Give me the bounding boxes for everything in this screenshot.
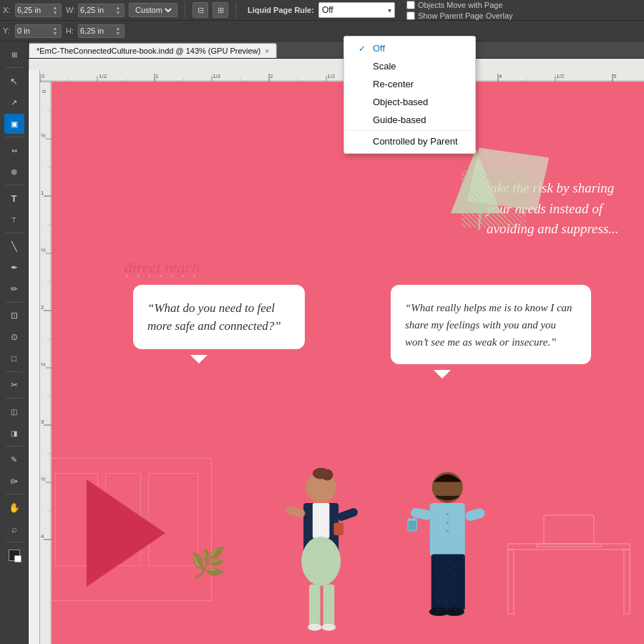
left-toolbar: ⊞ ↖ ↗ ▣ ⇔ ⊕ T ⊤ ╲ ✒ ✏ ⊡ ⊙ □ ✂ ◫ ◨ ✎ ⌲ ✋ … — [0, 42, 29, 644]
canvas-area[interactable]: take the risk by sharing your needs inst… — [40, 70, 644, 644]
dropdown-item-controlled-label: Controlled by Parent — [373, 136, 458, 147]
eyedropper-tool-button[interactable]: ⌲ — [4, 471, 24, 491]
grid-icon-button[interactable]: ⊞ — [4, 44, 24, 64]
liquid-rule-value: Off — [322, 5, 386, 15]
svg-text:1: 1 — [41, 190, 44, 196]
liquid-rule-chevron-icon: ▾ — [388, 6, 391, 14]
ellipse-frame-tool-button[interactable]: ⊙ — [4, 327, 24, 347]
svg-text:0: 0 — [42, 73, 45, 79]
hand-tool-button[interactable]: ✋ — [4, 497, 24, 517]
liquid-rule-dropdown-trigger[interactable]: Off ▾ — [318, 2, 395, 18]
dropdown-item-guide-based[interactable]: Guide-based — [344, 111, 475, 129]
x-up-arrow[interactable]: ▲ — [52, 5, 59, 10]
x-spinners: ▲ ▼ — [52, 5, 59, 15]
content-tool-button[interactable]: ⊕ — [4, 162, 24, 182]
x-label: X: — [3, 6, 13, 14]
h-spinners: ▲ ▼ — [114, 26, 122, 36]
x-input-wrap[interactable]: ▲ ▼ — [15, 4, 62, 17]
w-label: W: — [66, 6, 76, 14]
svg-rect-6 — [313, 503, 330, 538]
svg-text:1/2: 1/2 — [99, 73, 107, 79]
fill-color-button[interactable] — [4, 545, 24, 565]
pencil-tool-button[interactable]: ✏ — [4, 279, 24, 299]
x-input[interactable] — [17, 6, 52, 14]
y-input-wrap[interactable]: ▲ ▼ — [15, 24, 62, 38]
h-input[interactable] — [80, 26, 114, 35]
h-up-arrow[interactable]: ▲ — [114, 26, 122, 31]
dropdown-item-object-based[interactable]: Object-based — [344, 93, 475, 111]
ruler-top: #ruler-top { position: relative; } — [29, 59, 644, 70]
h-label: H: — [66, 26, 76, 35]
svg-rect-10 — [333, 522, 343, 535]
tab-close-button[interactable]: × — [265, 47, 269, 55]
w-input[interactable] — [80, 6, 114, 14]
show-parent-checkbox[interactable] — [406, 11, 415, 20]
lock-proportions-button[interactable]: ⊟ — [192, 2, 208, 18]
y-down-arrow[interactable]: ▼ — [52, 31, 59, 36]
toolbar-separator-1 — [185, 2, 185, 18]
rect-frame-tool-button[interactable]: ⊡ — [4, 306, 24, 326]
svg-rect-32 — [40, 70, 644, 82]
svg-rect-8 — [285, 505, 306, 518]
dropdown-item-scale[interactable]: Scale — [344, 57, 475, 75]
h-input-wrap[interactable]: ▲ ▼ — [78, 24, 125, 38]
svg-text:5: 5 — [613, 73, 617, 79]
liquid-rule-dropdown-menu[interactable]: ✓ Off Scale Re-center Object-based Guide… — [343, 36, 476, 154]
w-spinners: ▲ ▼ — [114, 5, 122, 15]
dropdown-item-controlled[interactable]: Controlled by Parent — [344, 132, 475, 150]
dropdown-item-recenter[interactable]: Re-center — [344, 75, 475, 93]
y-spinners: ▲ ▼ — [52, 26, 59, 36]
gap-tool-button[interactable]: ⇔ — [4, 140, 24, 160]
type-tool-button[interactable]: T — [4, 188, 24, 208]
zoom-tool-button[interactable]: ⌕ — [4, 519, 24, 539]
svg-text:4: 4 — [499, 73, 502, 79]
preset-select-wrap[interactable]: Custom — [129, 3, 177, 17]
svg-text:½: ½ — [41, 247, 46, 253]
svg-text:½: ½ — [41, 132, 46, 139]
scissors-tool-button[interactable]: ✂ — [4, 375, 24, 395]
speech-bubble-left: “What do you need to feel more safe and … — [133, 285, 305, 349]
rect-tool-button[interactable]: □ — [4, 348, 24, 369]
type-path-tool-button[interactable]: ⊤ — [4, 210, 24, 230]
preset-select[interactable]: Custom — [132, 5, 174, 15]
note-tool-button[interactable]: ✎ — [4, 449, 24, 469]
y-field-group: Y: ▲ ▼ — [3, 24, 62, 38]
gradient-feather-tool-button[interactable]: ◨ — [4, 423, 24, 443]
dropdown-item-guide-label: Guide-based — [373, 114, 426, 125]
objects-move-checkbox[interactable] — [406, 1, 415, 9]
direct-reach-text: direct reach — [125, 258, 200, 277]
svg-rect-9 — [336, 507, 359, 522]
direct-select-tool-button[interactable]: ↗ — [4, 92, 24, 112]
toolbar-bottom: Y: ▲ ▼ H: ▲ ▼ — [0, 21, 644, 42]
svg-text:½: ½ — [41, 361, 46, 368]
dropdown-item-off[interactable]: ✓ Off — [344, 39, 475, 57]
page-tool-button[interactable]: ▣ — [4, 114, 24, 134]
gradient-tool-button[interactable]: ◫ — [4, 401, 24, 421]
active-tab[interactable]: *EmC-TheConnectedCulture-book.indd @ 143… — [29, 43, 277, 58]
y-up-arrow[interactable]: ▲ — [52, 26, 59, 31]
h-down-arrow[interactable]: ▼ — [114, 31, 122, 36]
w-up-arrow[interactable]: ▲ — [114, 5, 122, 10]
svg-point-4 — [322, 469, 333, 481]
y-input[interactable] — [17, 26, 52, 35]
tab-bar: *EmC-TheConnectedCulture-book.indd @ 143… — [29, 42, 644, 59]
toolbar-separator-2 — [235, 2, 236, 18]
svg-text:3: 3 — [41, 419, 44, 425]
svg-rect-24 — [408, 520, 416, 530]
objects-move-row: Objects Move with Page — [406, 1, 513, 9]
tools-separator-2 — [6, 137, 23, 137]
tools-separator-9 — [6, 494, 23, 494]
line-tool-button[interactable]: ╲ — [4, 236, 24, 256]
flip-button[interactable]: ⊞ — [213, 2, 228, 18]
tools-separator-10 — [6, 542, 23, 542]
dropdown-separator — [344, 130, 475, 131]
pen-tool-button[interactable]: ✒ — [4, 258, 24, 278]
tools-separator-5 — [6, 302, 23, 303]
w-down-arrow[interactable]: ▼ — [114, 10, 122, 15]
select-tool-button[interactable]: ↖ — [4, 71, 24, 91]
tools-separator-1 — [6, 67, 23, 68]
x-down-arrow[interactable]: ▼ — [52, 10, 59, 15]
w-input-wrap[interactable]: ▲ ▼ — [78, 4, 125, 17]
w-field-group: W: ▲ ▼ — [66, 4, 125, 17]
show-parent-label: Show Parent Page Overlay — [418, 11, 513, 20]
